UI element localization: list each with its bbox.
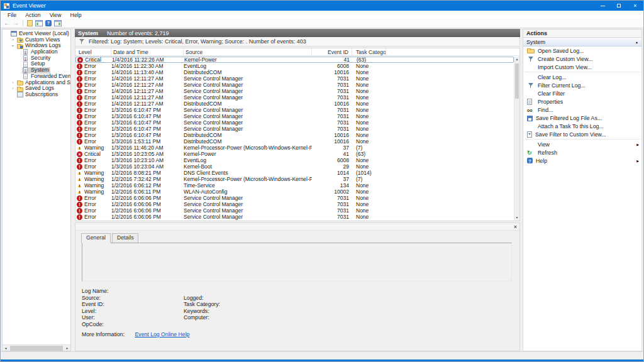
minimize-button[interactable]: [594, 1, 611, 11]
table-row[interactable]: !Error1/3/2016 6:10:47 PMService Control…: [75, 126, 514, 132]
action-item-label: Import Custom View...: [538, 64, 592, 70]
source-cell: Service Control Manager: [184, 119, 312, 126]
event-log-online-help-link[interactable]: Event Log Online Help: [135, 331, 190, 337]
export-icon[interactable]: [27, 20, 33, 26]
menu-file[interactable]: File: [3, 12, 21, 18]
field-row: OpCode:: [82, 321, 519, 328]
table-row[interactable]: !Error1/3/2016 6:10:47 PMService Control…: [75, 107, 514, 113]
actions-section-system[interactable]: System ▲: [523, 38, 641, 47]
action-clear-filter[interactable]: Clear Filter: [523, 89, 641, 97]
tab-details[interactable]: Details: [112, 233, 139, 243]
tree-horizontal-scrollbar[interactable]: ◄ ►: [3, 344, 70, 351]
tab-general[interactable]: General: [81, 233, 111, 243]
window-controls: ×: [594, 1, 643, 11]
scrollbar-thumb[interactable]: [515, 63, 519, 99]
funnel-icon: [79, 38, 86, 45]
table-row[interactable]: ×Critical1/3/2016 10:23:05 AMKernel-Powe…: [75, 151, 514, 157]
collapse-icon[interactable]: ▲: [635, 38, 638, 47]
forward-icon[interactable]: →: [13, 19, 19, 27]
table-row[interactable]: !Error1/2/2016 6:06:06 PMService Control…: [75, 201, 514, 207]
source-cell: Kernel-Power: [184, 57, 313, 63]
toolbar-help-icon[interactable]: ?: [45, 20, 52, 26]
level-cell: !Error: [77, 69, 111, 75]
scroll-down-icon[interactable]: ▼: [514, 215, 519, 221]
action-import-custom-view[interactable]: Import Custom View...: [523, 63, 641, 71]
table-row[interactable]: !Error1/3/2016 10:23:10 AMEventLog6008No…: [75, 157, 514, 163]
eventid-cell: 29: [312, 163, 352, 170]
table-row[interactable]: !Error1/3/2016 6:10:47 PMService Control…: [75, 113, 514, 119]
table-row[interactable]: !Error1/3/2016 1:53:11 PMDistributedCOM1…: [75, 138, 514, 145]
table-row[interactable]: ▲!Warning1/2/2016 8:08:21 PMDNS Client E…: [75, 170, 514, 176]
chevron-expanded-icon[interactable]: ›: [10, 43, 16, 49]
action-help[interactable]: Help▶: [523, 156, 641, 165]
action-clear-log[interactable]: Clear Log...: [523, 73, 641, 81]
scrollbar-thumb[interactable]: [10, 346, 63, 351]
action-open-saved-log[interactable]: Open Saved Log...: [523, 47, 641, 55]
action-filter-current-log[interactable]: Filter Current Log...: [523, 81, 641, 89]
maximize-button[interactable]: [611, 1, 627, 11]
action-create-custom-view[interactable]: Create Custom View...: [523, 55, 641, 63]
action-pane-toggle-icon[interactable]: [54, 20, 62, 26]
chevron-collapsed-icon[interactable]: ›: [10, 80, 16, 86]
table-row[interactable]: !Error1/2/2016 6:06:06 PMService Control…: [75, 207, 514, 214]
console-tree: Event Viewer (Local)›Custom Views›Window…: [3, 30, 70, 98]
preview-close-icon[interactable]: ×: [514, 223, 517, 231]
column-header-date-and-time[interactable]: Date and Time: [111, 48, 184, 55]
scroll-left-icon[interactable]: ◄: [3, 346, 9, 350]
table-row[interactable]: !Error1/4/2016 11:13:40 AMDistributedCOM…: [75, 69, 514, 75]
tree-item-subscriptions[interactable]: Subscriptions: [3, 92, 70, 98]
menu-action[interactable]: Action: [21, 12, 45, 18]
table-row[interactable]: !Error1/4/2016 11:22:30 AMEventLog6008No…: [75, 63, 514, 69]
datetime-cell: 1/2/2016 7:32:42 PM: [111, 176, 184, 182]
subscriptions-icon: [17, 92, 23, 97]
column-header-task-category[interactable]: Task Category: [352, 48, 386, 55]
action-refresh[interactable]: Refresh: [523, 148, 641, 156]
chevron-collapsed-icon[interactable]: ›: [10, 37, 16, 43]
table-row[interactable]: !Error1/3/2016 10:23:04 AMKernel-Boot29N…: [75, 163, 514, 170]
error-icon: !: [77, 126, 82, 132]
column-header-source[interactable]: Source: [184, 48, 312, 55]
taskcategory-cell: (63): [353, 57, 387, 63]
table-row[interactable]: ▲!Warning1/3/2016 11:46:20 AMKernel-Proc…: [75, 145, 514, 151]
table-row[interactable]: ▲!Warning1/2/2016 6:06:11 PMWLAN-AutoCon…: [75, 189, 514, 195]
folder-icon: [17, 87, 23, 92]
table-row[interactable]: !Error1/4/2016 12:11:27 AMService Contro…: [75, 75, 514, 82]
action-attach-a-task-to-this-log[interactable]: Attach a Task To this Log...: [523, 122, 641, 130]
table-row[interactable]: !Error1/3/2016 6:10:47 PMDistributedCOM1…: [75, 132, 514, 138]
menu-view[interactable]: View: [45, 12, 66, 18]
table-row[interactable]: ▲!Warning1/2/2016 7:32:42 PMKernel-Proce…: [75, 176, 514, 182]
taskcategory-cell: None: [352, 107, 386, 113]
column-header-event-id[interactable]: Event ID: [312, 48, 352, 55]
table-row[interactable]: !Error1/2/2016 6:06:06 PMService Control…: [75, 195, 514, 201]
table-row[interactable]: !Error1/2/2016 6:06:06 PMService Control…: [75, 214, 514, 220]
console-tree-toggle-icon[interactable]: [35, 20, 43, 26]
level-label: Error: [84, 132, 96, 138]
action-find[interactable]: Find...: [523, 106, 641, 114]
table-row[interactable]: ▲!Warning1/2/2016 6:06:12 PMTime-Service…: [75, 182, 514, 189]
table-row[interactable]: !Error1/3/2016 6:10:47 PMService Control…: [75, 119, 514, 126]
scroll-up-icon[interactable]: ▲: [514, 57, 519, 62]
action-view[interactable]: View▶: [523, 140, 641, 148]
action-properties[interactable]: Properties: [523, 97, 641, 106]
event-list-scrollbar[interactable]: ▲ ▼: [514, 57, 519, 221]
source-cell: Service Control Manager: [184, 113, 312, 119]
action-item-label: Save Filtered Log File As...: [536, 115, 602, 121]
scroll-right-icon[interactable]: ►: [64, 346, 70, 350]
level-cell: !Error: [77, 94, 111, 101]
level-cell: !Error: [77, 163, 111, 170]
table-row[interactable]: !Error1/4/2016 12:11:27 AMService Contro…: [75, 88, 514, 94]
menu-help[interactable]: Help: [66, 12, 86, 18]
table-row[interactable]: !Error1/4/2016 12:11:27 AMService Contro…: [75, 94, 514, 101]
table-row[interactable]: ×Critical1/4/2016 11:22:26 AMKernel-Powe…: [75, 57, 514, 63]
action-save-filter-to-custom-view[interactable]: Save Filter to Custom View...: [523, 130, 641, 138]
close-button[interactable]: ×: [627, 1, 643, 11]
submenu-arrow-icon: ▶: [636, 159, 641, 163]
back-icon[interactable]: ←: [4, 19, 10, 27]
column-header-level[interactable]: Level: [77, 48, 111, 55]
level-cell: !Error: [77, 157, 111, 163]
table-row[interactable]: !Error1/4/2016 12:11:27 AMService Contro…: [75, 82, 514, 88]
level-cell: !Error: [77, 126, 111, 132]
action-save-filtered-log-file-as[interactable]: Save Filtered Log File As...: [523, 114, 641, 122]
table-row[interactable]: !Error1/4/2016 12:11:27 AMDistributedCOM…: [75, 101, 514, 107]
chevron-collapsed-icon[interactable]: ›: [10, 85, 16, 92]
